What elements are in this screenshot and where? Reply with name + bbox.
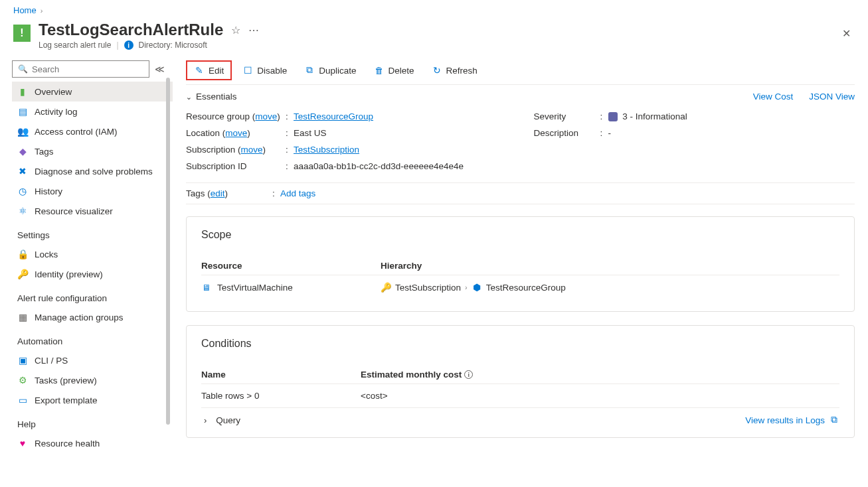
chevron-right-icon: › xyxy=(41,7,43,15)
resource-type-icon: ! xyxy=(13,25,31,42)
info-icon[interactable]: i xyxy=(124,40,133,50)
conditions-cost-header: Estimated monthly cost xyxy=(361,370,462,380)
button-label: Refresh xyxy=(446,66,477,76)
add-tags-link[interactable]: Add tags xyxy=(280,188,315,198)
sidebar-item-tasks[interactable]: ⚙ Tasks (preview) xyxy=(12,370,173,390)
conditions-title: Conditions xyxy=(201,338,839,350)
sidebar-item-action-groups[interactable]: ▦ Manage action groups xyxy=(12,307,173,327)
edit-button[interactable]: ✎ Edit xyxy=(186,60,232,80)
sidebar-item-resource-health[interactable]: ♥ Resource health xyxy=(12,433,173,453)
more-actions-icon[interactable]: ⋯ xyxy=(248,24,259,36)
action-groups-icon: ▦ xyxy=(17,312,28,322)
edit-icon: ✎ xyxy=(194,65,205,76)
description-value: - xyxy=(608,128,855,138)
visualizer-icon: ⚛ xyxy=(17,206,28,216)
sidebar-item-history[interactable]: ◷ History xyxy=(12,181,173,201)
sidebar: 🔍 ≪ ▮ Overview ▤ Activity log 👥 Access c… xyxy=(0,56,173,464)
scope-hierarchy-header: Hierarchy xyxy=(381,261,839,271)
access-control-icon: 👥 xyxy=(17,126,28,137)
favorite-star-icon[interactable]: ☆ xyxy=(231,24,240,36)
chevron-up-icon: ⌃ xyxy=(186,92,192,101)
essentials-toggle[interactable]: ⌃ Essentials xyxy=(186,92,237,102)
severity-label: Severity xyxy=(534,111,600,121)
search-input[interactable] xyxy=(32,64,143,74)
scope-resource-header: Resource xyxy=(201,261,381,271)
hierarchy-resource-group: TestResourceGroup xyxy=(486,283,566,293)
main-content: ✎ Edit ☐ Disable ⧉ Duplicate 🗑 Delete ↻ … xyxy=(173,56,868,464)
tags-edit-link[interactable]: edit xyxy=(211,188,225,198)
logs-icon: ⧉ xyxy=(829,415,839,425)
chevron-right-icon: › xyxy=(465,283,468,291)
sidebar-item-label: Activity log xyxy=(35,107,78,117)
sidebar-item-label: Overview xyxy=(35,87,72,97)
sidebar-item-label: CLI / PS xyxy=(35,356,68,366)
view-results-in-logs-link[interactable]: View results in Logs ⧉ xyxy=(745,415,839,425)
sidebar-item-resource-visualizer[interactable]: ⚛ Resource visualizer xyxy=(12,201,173,221)
subscription-label: Subscription xyxy=(186,145,235,155)
identity-icon: 🔑 xyxy=(17,269,28,279)
sidebar-item-diagnose[interactable]: ✖ Diagnose and solve problems xyxy=(12,161,173,181)
scope-resource-name: TestVirtualMachine xyxy=(217,283,293,293)
tasks-icon: ⚙ xyxy=(17,375,28,385)
sidebar-item-label: Locks xyxy=(35,249,58,259)
command-bar: ✎ Edit ☐ Disable ⧉ Duplicate 🗑 Delete ↻ … xyxy=(186,56,855,85)
sidebar-item-activity-log[interactable]: ▤ Activity log xyxy=(12,102,173,121)
refresh-icon: ↻ xyxy=(432,65,442,76)
sidebar-item-tags[interactable]: ◆ Tags xyxy=(12,141,173,161)
sidebar-item-identity[interactable]: 🔑 Identity (preview) xyxy=(12,264,173,284)
export-template-icon: ▭ xyxy=(17,395,28,405)
view-cost-link[interactable]: View Cost xyxy=(753,92,794,102)
query-label: Query xyxy=(216,415,240,425)
resource-subtitle: Log search alert rule xyxy=(39,40,111,50)
duplicate-button[interactable]: ⧉ Duplicate xyxy=(298,62,363,79)
search-icon: 🔍 xyxy=(18,64,28,74)
sidebar-item-export-template[interactable]: ▭ Export template xyxy=(12,390,173,410)
refresh-button[interactable]: ↻ Refresh xyxy=(425,62,484,79)
diagnose-icon: ✖ xyxy=(17,166,28,176)
sidebar-heading-help: Help xyxy=(12,410,173,433)
history-icon: ◷ xyxy=(17,186,28,196)
resource-group-move-link[interactable]: move xyxy=(255,111,277,121)
breadcrumb-home[interactable]: Home xyxy=(13,5,37,15)
resource-group-value[interactable]: TestResourceGroup xyxy=(294,111,373,121)
sidebar-heading-alert-config: Alert rule configuration xyxy=(12,284,173,307)
locks-icon: 🔒 xyxy=(17,249,28,259)
subscription-move-link[interactable]: move xyxy=(241,145,263,155)
expand-query-icon[interactable]: › xyxy=(201,415,207,425)
sidebar-scrollbar[interactable] xyxy=(166,78,170,425)
close-button[interactable]: ✕ xyxy=(838,23,855,44)
button-label: Disable xyxy=(257,66,287,76)
collapse-sidebar-icon[interactable]: ≪ xyxy=(155,64,165,74)
delete-icon: 🗑 xyxy=(374,65,385,76)
condition-cost: <cost> xyxy=(361,391,839,401)
button-label: Delete xyxy=(389,66,414,76)
tags-label: Tags xyxy=(186,188,205,198)
resource-group-icon: ⬢ xyxy=(472,282,482,293)
sidebar-item-label: Diagnose and solve problems xyxy=(35,167,153,176)
info-icon[interactable]: i xyxy=(464,370,473,379)
button-label: Edit xyxy=(209,66,224,76)
activity-log-icon: ▤ xyxy=(17,106,28,117)
tags-row: Tags (edit) : Add tags xyxy=(186,182,855,204)
sidebar-item-access-control[interactable]: 👥 Access control (IAM) xyxy=(12,121,173,141)
scope-row: 🖥 TestVirtualMachine 🔑 TestSubscription … xyxy=(201,275,839,299)
subscription-value[interactable]: TestSubscription xyxy=(294,145,359,155)
tags-icon: ◆ xyxy=(17,146,28,157)
sidebar-item-overview[interactable]: ▮ Overview xyxy=(12,82,173,102)
sidebar-search[interactable]: 🔍 xyxy=(12,60,149,78)
location-move-link[interactable]: move xyxy=(225,128,247,138)
scope-card: Scope Resource Hierarchy 🖥 TestVirtualMa… xyxy=(186,216,855,312)
disable-button[interactable]: ☐ Disable xyxy=(236,62,294,79)
sidebar-item-locks[interactable]: 🔒 Locks xyxy=(12,244,173,264)
condition-name: Table rows > 0 xyxy=(201,391,361,401)
sidebar-item-label: Tags xyxy=(35,147,54,157)
subscription-icon: 🔑 xyxy=(381,282,391,293)
sidebar-item-label: Identity (preview) xyxy=(35,269,103,279)
sidebar-item-cli-ps[interactable]: ▣ CLI / PS xyxy=(12,350,173,370)
vm-icon: 🖥 xyxy=(201,282,212,293)
delete-button[interactable]: 🗑 Delete xyxy=(367,62,421,79)
sidebar-heading-settings: Settings xyxy=(12,221,173,244)
sidebar-item-label: Export template xyxy=(35,395,98,405)
json-view-link[interactable]: JSON View xyxy=(809,92,855,102)
subscription-id-label: Subscription ID xyxy=(186,161,286,171)
